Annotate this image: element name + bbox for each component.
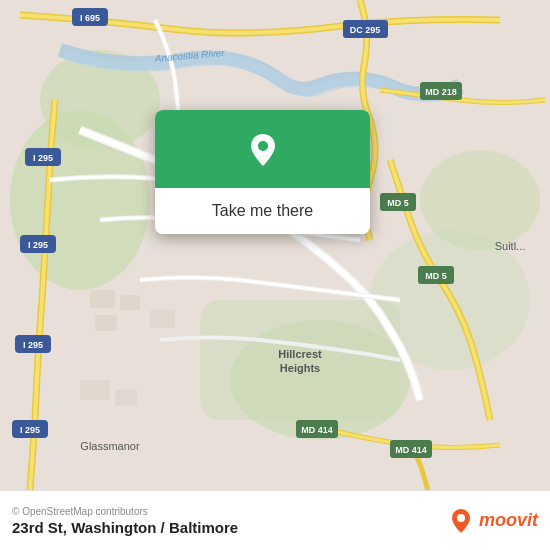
svg-rect-37 bbox=[150, 310, 175, 328]
svg-text:MD 218: MD 218 bbox=[425, 87, 457, 97]
popup-icon-area bbox=[155, 110, 370, 188]
svg-text:MD 414: MD 414 bbox=[395, 445, 427, 455]
svg-rect-39 bbox=[115, 390, 137, 406]
svg-text:MD 5: MD 5 bbox=[425, 271, 447, 281]
svg-point-40 bbox=[258, 141, 268, 151]
osm-attribution: © OpenStreetMap contributors bbox=[12, 506, 238, 517]
svg-text:Heights: Heights bbox=[280, 362, 320, 374]
location-popup: Take me there bbox=[155, 110, 370, 234]
map-container: I 695 I 295 I 295 I 295 I 295 DC 295 MD … bbox=[0, 0, 550, 490]
moovit-pin-icon bbox=[447, 507, 475, 535]
svg-point-42 bbox=[457, 514, 465, 522]
svg-text:I 295: I 295 bbox=[33, 153, 53, 163]
svg-point-5 bbox=[420, 150, 540, 250]
svg-text:Hillcrest: Hillcrest bbox=[278, 348, 322, 360]
moovit-brand-text: moovit bbox=[479, 510, 538, 531]
svg-rect-6 bbox=[200, 300, 400, 420]
svg-text:MD 5: MD 5 bbox=[387, 198, 409, 208]
svg-rect-38 bbox=[80, 380, 110, 400]
svg-text:I 295: I 295 bbox=[28, 240, 48, 250]
svg-rect-36 bbox=[95, 315, 117, 331]
svg-rect-34 bbox=[90, 290, 115, 308]
moovit-logo: moovit bbox=[447, 507, 538, 535]
svg-text:I 295: I 295 bbox=[23, 340, 43, 350]
map-background: I 695 I 295 I 295 I 295 I 295 DC 295 MD … bbox=[0, 0, 550, 490]
svg-text:Suitl...: Suitl... bbox=[495, 240, 526, 252]
map-pin-icon bbox=[241, 128, 285, 172]
svg-text:Glassmanor: Glassmanor bbox=[80, 440, 140, 452]
svg-text:I 295: I 295 bbox=[20, 425, 40, 435]
take-me-there-button[interactable]: Take me there bbox=[155, 188, 370, 234]
location-name: 23rd St, Washington / Baltimore bbox=[12, 519, 238, 536]
svg-rect-35 bbox=[120, 295, 140, 310]
svg-text:MD 414: MD 414 bbox=[301, 425, 333, 435]
svg-text:I 695: I 695 bbox=[80, 13, 100, 23]
svg-text:DC 295: DC 295 bbox=[350, 25, 381, 35]
bottom-left-info: © OpenStreetMap contributors 23rd St, Wa… bbox=[12, 506, 238, 536]
bottom-bar: © OpenStreetMap contributors 23rd St, Wa… bbox=[0, 490, 550, 550]
